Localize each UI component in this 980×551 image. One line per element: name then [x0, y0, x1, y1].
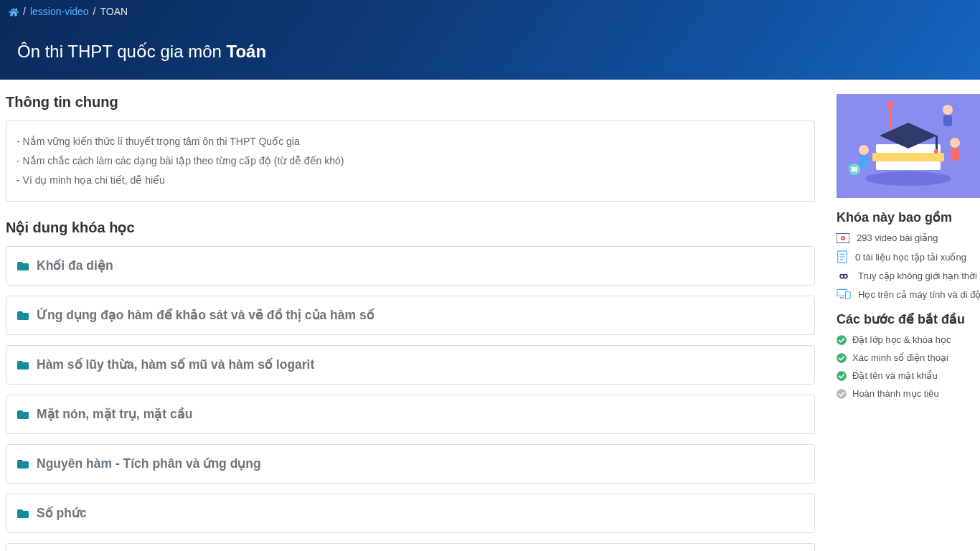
- chapter-item[interactable]: Ứng dụng đạo hàm để khảo sát và vẽ đồ th…: [6, 296, 815, 335]
- sidebar-steps-title: Các bước để bắt đầu: [837, 311, 980, 327]
- video-icon: [837, 233, 849, 243]
- chapter-list: Khối đa diệnỨng dụng đạo hàm để khảo sát…: [6, 246, 815, 551]
- chapter-title: Khối đa diện: [37, 258, 113, 273]
- include-label: Học trên cả máy tính và di động: [858, 289, 980, 300]
- sidebar-includes-title: Khóa này bao gồm: [837, 209, 980, 225]
- svg-point-7: [859, 145, 869, 155]
- step-label: Xác minh số điện thoại: [852, 352, 948, 363]
- svg-point-9: [950, 138, 960, 148]
- svg-point-1: [865, 171, 951, 186]
- include-label: Truy cập không giới hạn thời gian: [858, 270, 980, 281]
- breadcrumb-current: TOAN: [100, 6, 128, 17]
- include-item-devices: Học trên cả máy tính và di động: [837, 288, 980, 300]
- svg-rect-8: [859, 155, 868, 168]
- step-label: Đặt tên và mật khẩu: [852, 370, 938, 381]
- svg-point-19: [842, 237, 844, 239]
- svg-rect-10: [951, 148, 959, 161]
- svg-rect-2: [876, 161, 941, 170]
- step-item[interactable]: Đặt lớp học & khóa học: [837, 334, 980, 345]
- folder-icon: [17, 260, 29, 272]
- include-item-unlimited: Truy cập không giới hạn thời gian: [837, 270, 980, 281]
- page-banner: / lession-video / TOAN Ôn thi THPT quốc …: [0, 0, 980, 80]
- info-line: - Nắm vững kiến thức lí thuyết trọng tâm…: [17, 134, 804, 149]
- chapter-item[interactable]: Hàm số lũy thừa, hàm số mũ và hàm số log…: [6, 345, 815, 385]
- step-item[interactable]: Hoàn thành mục tiêu: [837, 388, 980, 399]
- svg-point-6: [934, 149, 938, 154]
- section-title-course-content: Nội dung khóa học: [6, 219, 815, 236]
- page-title-prefix: Ôn thi THPT quốc gia môn: [17, 42, 227, 61]
- include-item-video: 293 video bài giảng: [837, 232, 980, 243]
- svg-rect-26: [846, 292, 851, 299]
- steps-list: Đặt lớp học & khóa họcXác minh số điện t…: [837, 334, 980, 399]
- include-label: 0 tài liệu học tập tải xuống: [855, 252, 966, 263]
- svg-rect-3: [872, 153, 944, 161]
- chapter-item[interactable]: Số phức: [6, 494, 815, 533]
- breadcrumb-home[interactable]: [9, 6, 19, 17]
- check-circle-icon: [837, 353, 847, 363]
- step-item[interactable]: Xác minh số điện thoại: [837, 352, 980, 363]
- check-circle-icon: [837, 371, 847, 381]
- svg-rect-14: [889, 108, 892, 130]
- section-title-general-info: Thông tin chung: [6, 94, 815, 110]
- folder-icon: [17, 458, 29, 470]
- document-icon: [837, 250, 848, 263]
- chapter-item[interactable]: Mặt nón, mặt trụ, mặt cầu: [6, 395, 815, 434]
- page-title-subject: Toán: [227, 42, 267, 61]
- chapter-item[interactable]: Phương pháp tọa độ trong không gian: [6, 543, 815, 551]
- info-line: - Ví dụ minh họa chi tiết, dễ hiểu: [17, 173, 804, 188]
- general-info-box: - Nắm vững kiến thức lí thuyết trọng tâm…: [6, 121, 815, 202]
- chapter-title: Ứng dụng đạo hàm để khảo sát và vẽ đồ th…: [37, 308, 374, 323]
- device-icon: [837, 288, 851, 300]
- chapter-title: Nguyên hàm - Tích phân và ứng dụng: [37, 456, 261, 471]
- chapter-item[interactable]: Khối đa diện: [6, 246, 815, 286]
- page-title: Ôn thi THPT quốc gia môn Toán: [0, 17, 980, 62]
- breadcrumb-separator: /: [23, 6, 26, 17]
- chapter-title: Số phức: [37, 506, 87, 521]
- sidebar: Khóa này bao gồm 293 video bài giảng 0 t…: [837, 94, 980, 551]
- folder-icon: [17, 359, 29, 371]
- step-label: Hoàn thành mục tiêu: [852, 388, 939, 399]
- check-circle-icon: [837, 335, 847, 345]
- include-label: 293 video bài giảng: [857, 232, 938, 243]
- folder-icon: [17, 310, 29, 321]
- svg-rect-12: [852, 167, 857, 171]
- infinity-icon: [837, 272, 851, 281]
- folder-icon: [17, 508, 29, 519]
- step-item[interactable]: Đặt tên và mật khẩu: [837, 370, 980, 381]
- main-content: Thông tin chung - Nắm vững kiến thức lí …: [6, 94, 815, 551]
- chapter-title: Hàm số lũy thừa, hàm số mũ và hàm số log…: [37, 357, 314, 372]
- svg-rect-5: [936, 136, 938, 150]
- breadcrumb: / lession-video / TOAN: [0, 0, 980, 17]
- home-icon: [9, 7, 19, 17]
- check-circle-icon: [837, 389, 847, 399]
- svg-point-15: [943, 105, 953, 115]
- chapter-item[interactable]: Nguyên hàm - Tích phân và ứng dụng: [6, 444, 815, 484]
- step-label: Đặt lớp học & khóa học: [852, 334, 951, 345]
- include-item-document: 0 tài liệu học tập tải xuống: [837, 250, 980, 263]
- breadcrumb-link-lession-video[interactable]: lession-video: [30, 6, 89, 17]
- svg-rect-25: [840, 297, 844, 298]
- svg-rect-16: [943, 115, 952, 126]
- breadcrumb-separator: /: [93, 6, 96, 17]
- chapter-title: Mặt nón, mặt trụ, mặt cầu: [37, 407, 192, 422]
- course-illustration: [837, 94, 980, 198]
- info-line: - Nắm chắc cách làm các dạng bài tập the…: [17, 154, 804, 169]
- svg-point-13: [887, 101, 894, 108]
- folder-icon: [17, 409, 29, 420]
